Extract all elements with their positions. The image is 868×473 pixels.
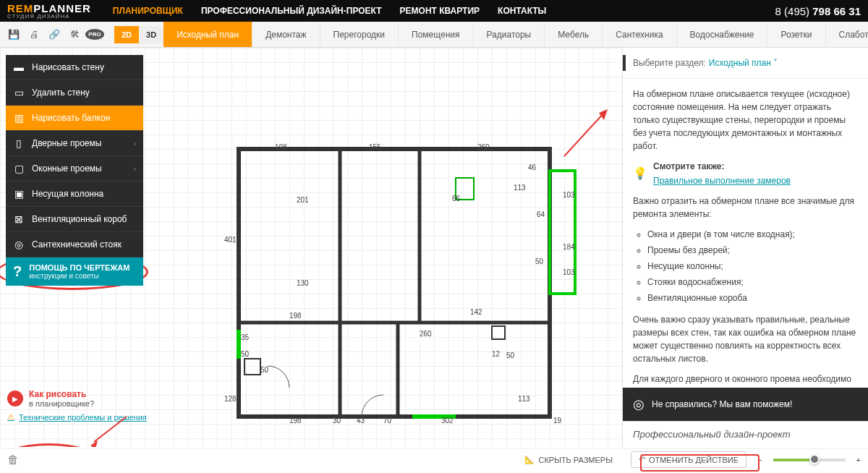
logo-rem: REM (7, 2, 33, 14)
nav-design[interactable]: ПРОФЕССИОНАЛЬНЫЙ ДИЗАЙН-ПРОЕКТ (201, 6, 382, 16)
header: REMPLANNER СТУДИЯ ДИЗАЙНА ПЛАНИРОВЩИК ПР… (0, 0, 868, 22)
warning-icon: ⚠ (7, 412, 14, 422)
2d-button[interactable]: 2D (114, 26, 139, 43)
dim-198c: 198 (289, 417, 302, 425)
undo-button[interactable]: ↶ ОТМЕНИТЬ ДЕЙСТВИЕ (631, 451, 746, 468)
side-label: Удалить стену (32, 88, 90, 98)
rp-text: На обмерном плане описывается текущее (и… (633, 88, 858, 153)
rp-header: ✕ Выберите раздел: Исходный план ˅ (623, 48, 868, 79)
tool-icons: 💾 🖨 🔗 🛠 PRO (0, 27, 109, 43)
floorplan[interactable] (231, 142, 579, 433)
nav-planner[interactable]: ПЛАНИРОВЩИК (113, 6, 183, 16)
rp-text: Важно отразить на обмерном плане все зна… (633, 195, 858, 221)
dim-198b: 198 (289, 312, 302, 320)
side-label: Оконные проемы (32, 163, 102, 174)
tab-sockets[interactable]: Розетки (767, 22, 825, 47)
3d-button[interactable]: 3D (139, 26, 163, 43)
canvas[interactable]: 198 155 260 401 128 201 130 198 66 142 2… (0, 48, 622, 447)
zoom-plus[interactable]: + (856, 456, 861, 464)
tech-problems-link[interactable]: ⚠ Технические проблемы и решения (7, 412, 147, 422)
tools-icon[interactable]: 🛠 (67, 27, 82, 43)
pro-design-banner[interactable]: Профессиональный дизайн-проект (623, 421, 868, 447)
dim-12: 12 (492, 350, 500, 358)
tab-water[interactable]: Водоснабжение (677, 22, 768, 47)
logo[interactable]: REMPLANNER СТУДИЯ ДИЗАЙНА (7, 3, 91, 20)
rp-section-dropdown[interactable]: Исходный план ˅ (709, 58, 778, 68)
logo-sub: СТУДИЯ ДИЗАЙНА (7, 14, 91, 20)
side-delete-wall[interactable]: ▭Удалить стену (6, 80, 143, 106)
dim-30: 30 (333, 417, 341, 425)
dim-201: 201 (297, 196, 309, 204)
help-drawings[interactable]: ? ПОМОЩЬ ПО ЧЕРТЕЖАМ инструкции и советы (6, 257, 143, 286)
dim-130: 130 (297, 279, 309, 287)
tab-rooms[interactable]: Помещения (399, 22, 473, 47)
help-banner[interactable]: ◎ Не справились? Мы вам поможем! (623, 388, 868, 421)
tab-plumbing[interactable]: Сантехника (603, 22, 676, 47)
column-icon: ▣ (13, 188, 25, 200)
side-vent[interactable]: ⊠Вентиляционный короб (6, 207, 143, 232)
rp-text: Для каждого дверного и оконного проема н… (633, 372, 858, 388)
dim-left-2: 128 (224, 395, 237, 403)
ruler-icon: 📐 (524, 455, 535, 464)
side-label: Сантехнический стояк (32, 239, 122, 250)
side-column[interactable]: ▣Несущая колонна (6, 182, 143, 207)
vent-icon: ⊠ (13, 213, 25, 225)
side-draw-balcony[interactable]: ▥Нарисовать балкон (6, 106, 143, 131)
tab-source-plan[interactable]: Исходный план (163, 22, 252, 47)
svg-rect-0 (239, 149, 550, 417)
dim-43: 43 (357, 417, 365, 425)
side-draw-wall[interactable]: ▬Нарисовать стену (6, 55, 143, 80)
dim-top-1: 198 (275, 143, 287, 151)
zoom-slider[interactable] (773, 459, 846, 461)
nav-renovation[interactable]: РЕМОНТ КВАРТИР (400, 6, 480, 16)
dim-50d: 50 (260, 366, 268, 374)
tab-partitions[interactable]: Перегородки (320, 22, 399, 47)
side-label: Несущая колонна (32, 189, 103, 199)
help-title: ПОМОЩЬ ПО ЧЕРТЕЖАМ (29, 263, 129, 272)
zoom-minus[interactable]: − (757, 456, 762, 464)
bottom-widgets: ▶ Как рисовать в планировщике? ⚠ Техниче… (7, 389, 147, 422)
close-panel-button[interactable]: ✕ (622, 55, 626, 71)
trash-icon[interactable]: 🗑 (7, 453, 19, 466)
balcony-icon: ▥ (13, 112, 25, 124)
dim-r3: 103 (563, 191, 575, 199)
video-tutorial-link[interactable]: ▶ Как рисовать в планировщике? (7, 389, 147, 408)
riser-icon: ◎ (13, 239, 25, 250)
delete-wall-icon: ▭ (13, 87, 25, 98)
dim-66: 66 (452, 195, 460, 203)
phone-main: 798 66 31 (812, 5, 861, 17)
dim-top-2: 155 (369, 143, 381, 151)
print-icon[interactable]: 🖨 (26, 27, 42, 43)
slider-thumb[interactable] (809, 454, 820, 464)
see-also-link[interactable]: Правильное выполнение замеров (653, 176, 791, 186)
link-icon[interactable]: 🔗 (46, 27, 62, 43)
dim-70: 70 (383, 417, 391, 425)
tab-lowcurrent[interactable]: Слаботочка (826, 22, 868, 47)
nav-contacts[interactable]: КОНТАКТЫ (498, 6, 546, 16)
side-riser[interactable]: ◎Сантехнический стояк (6, 232, 143, 257)
side-label: Нарисовать стену (32, 62, 104, 72)
dim-19: 19 (553, 417, 561, 425)
hide-dimensions-button[interactable]: 📐 СКРЫТЬ РАЗМЕРЫ (517, 452, 619, 467)
dim-r5: 184 (563, 243, 575, 251)
side-label: Вентиляционный короб (32, 214, 127, 224)
tab-demolition[interactable]: Демонтаж (252, 22, 320, 47)
dim-142: 142 (470, 308, 482, 316)
svg-rect-10 (492, 326, 505, 339)
toolbar: 💾 🖨 🔗 🛠 PRO 2D 3D Исходный план Демонтаж… (0, 22, 868, 48)
list-item: Вентиляционные короба (647, 291, 858, 304)
right-panel: ✕ Выберите раздел: Исходный план ˅ На об… (622, 48, 868, 447)
dim-260: 260 (420, 330, 432, 338)
save-icon[interactable]: 💾 (6, 27, 22, 43)
tech-link-text: Технические проблемы и решения (19, 413, 147, 422)
undo-label: ОТМЕНИТЬ ДЕЙСТВИЕ (649, 456, 739, 464)
tab-furniture[interactable]: Мебель (545, 22, 603, 47)
door-icon: ▯ (13, 137, 25, 149)
dim-113b: 113 (518, 395, 530, 403)
main-area: 198 155 260 401 128 201 130 198 66 142 2… (0, 48, 868, 447)
side-windows[interactable]: ▢Оконные проемы› (6, 156, 143, 182)
side-doors[interactable]: ▯Дверные проемы› (6, 131, 143, 156)
tab-radiators[interactable]: Радиаторы (474, 22, 545, 47)
dim-50c: 50 (241, 350, 249, 358)
pro-badge[interactable]: PRO (87, 27, 103, 43)
